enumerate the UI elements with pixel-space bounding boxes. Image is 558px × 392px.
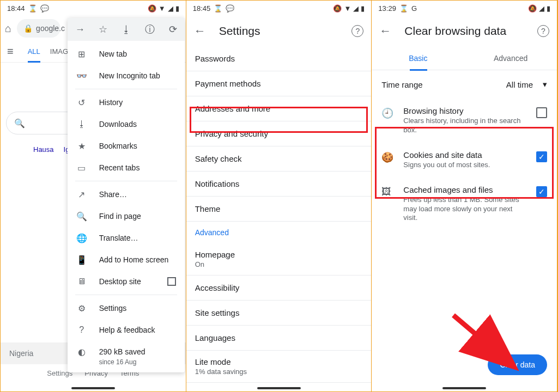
menu-incognito[interactable]: 👓New Incognito tab [68,65,185,87]
checkbox-cache[interactable]: ✓ [536,186,547,197]
data-saver-icon: ◐ [76,347,87,357]
tab-advanced[interactable]: Advanced [464,46,557,70]
bookmark-icon: ★ [76,141,87,151]
status-bar: 18:45 ⌛ 💬 🔕 ▼ ◢ ▮ [186,1,372,16]
back-icon[interactable]: ← [379,24,391,38]
item-lite-mode[interactable]: Lite mode1% data savings [186,351,372,383]
menu-help[interactable]: ?Help & feedback [68,319,185,341]
tab-bar: Basic Advanced [372,46,557,70]
battery-icon: ▮ [175,4,179,13]
status-bar: 13:29 ⌛ G 🔕 ◢ ▮ [372,1,557,16]
desktop-checkbox[interactable] [167,277,176,286]
find-icon: 🔍 [76,211,87,222]
plus-icon: ⊞ [76,49,87,59]
menu-desktop[interactable]: 🖥Desktop site [68,271,185,292]
whatsapp-icon: 💬 [40,4,49,13]
hourglass-icon: ⌛ [28,4,37,13]
translate-icon: 🌐 [76,233,87,243]
menu-share[interactable]: ↗Share… [68,183,185,205]
menu-find[interactable]: 🔍Find in page [68,205,185,227]
status-bar: 18:44 ⌛ 💬 🔕 ▼ ◢ ▮ [1,1,186,16]
wifi-icon: ▼ [344,4,351,13]
signal-icon: ◢ [539,4,544,13]
arrow-annotation [448,310,524,375]
data-saved-sub: since 16 Aug [68,358,185,366]
back-icon[interactable]: ← [194,24,206,38]
battery-icon: ▮ [547,4,550,13]
nav-handle[interactable] [442,387,486,389]
reload-icon[interactable]: ⟳ [169,23,177,35]
help-icon[interactable]: ? [351,25,363,37]
google-icon: G [411,4,417,13]
star-icon[interactable]: ☆ [99,23,107,35]
svg-line-1 [453,315,508,362]
settings-list: Passwords Payment methods Addresses and … [186,46,372,391]
tab-underline [410,69,427,71]
time-range-dropdown[interactable]: All time ▾ [506,79,547,89]
signal-icon: ◢ [168,4,173,13]
panel-settings: 18:45 ⌛ 💬 🔕 ▼ ◢ ▮ ← Settings ? Passwords… [186,1,372,391]
info-icon[interactable]: ⓘ [145,23,155,36]
forward-icon[interactable]: → [75,24,85,35]
recent-icon: ▭ [76,163,87,173]
item-homepage[interactable]: HomepageOn [186,243,372,275]
add-home-icon: 📱 [76,255,87,265]
checkbox-cookies[interactable]: ✓ [536,151,547,162]
item-payment[interactable]: Payment methods [186,71,372,96]
home-icon[interactable]: ⌂ [5,22,11,35]
menu-bookmarks[interactable]: ★Bookmarks [68,135,185,157]
settings-appbar: ← Settings ? [186,16,372,46]
item-addresses[interactable]: Addresses and more [186,96,372,121]
gear-icon: ⚙ [76,303,87,314]
item-notifications[interactable]: Notifications [186,171,372,197]
nav-handle[interactable] [71,387,115,389]
lang-hausa[interactable]: Hausa [33,145,54,154]
menu-new-tab[interactable]: ⊞New tab [68,43,185,65]
downloads-icon: ⭳ [76,119,87,129]
item-safety[interactable]: Safety check [186,146,372,171]
clear-appbar: ← Clear browsing data ? [372,16,557,46]
menu-home-screen[interactable]: 📱Add to Home screen [68,249,185,271]
browser-menu: → ☆ ⭳ ⓘ ⟳ ⊞New tab 👓New Incognito tab ↺H… [68,18,185,372]
time-range-label: Time range [381,80,422,89]
item-cache[interactable]: 🖼 Cached images and files Frees up less … [372,177,557,231]
mute-icon: 🔕 [333,4,342,13]
search-icon: 🔍 [14,118,25,128]
lock-icon: 🔒 [23,24,33,33]
panel-clear-data: 13:29 ⌛ G 🔕 ◢ ▮ ← Clear browsing data ? … [372,1,557,391]
cookie-icon: 🍪 [381,151,393,163]
advanced-header: Advanced [186,222,372,243]
item-browsing-history[interactable]: 🕘 Browsing history Clears history, inclu… [372,99,557,143]
item-privacy[interactable]: Privacy and security [186,121,372,146]
status-time: 18:45 [193,4,211,13]
checkbox-history[interactable] [536,107,547,118]
tab-all[interactable]: ALL [28,47,40,63]
item-theme[interactable]: Theme [186,197,372,222]
url-bar[interactable]: 🔒 google.c [17,19,60,38]
item-site-settings[interactable]: Site settings [186,301,372,326]
menu-translate[interactable]: 🌐Translate… [68,227,185,249]
time-range-row[interactable]: Time range All time ▾ [372,70,557,99]
hamburger-icon[interactable]: ≡ [7,45,14,58]
help-icon[interactable]: ? [537,25,549,37]
menu-downloads[interactable]: ⭳Downloads [68,113,185,135]
item-passwords[interactable]: Passwords [186,46,372,71]
url-text: google.c [36,24,65,33]
wifi-icon: ▼ [159,4,166,13]
menu-recent[interactable]: ▭Recent tabs [68,157,185,179]
menu-top-row: → ☆ ⭳ ⓘ ⟳ [68,18,185,41]
whatsapp-icon: 💬 [226,4,234,13]
nav-handle[interactable] [257,387,301,389]
status-time: 18:44 [7,4,25,13]
page-title: Settings [219,24,260,38]
item-languages[interactable]: Languages [186,326,372,351]
menu-settings[interactable]: ⚙Settings [68,297,185,319]
item-accessibility[interactable]: Accessibility [186,275,372,301]
incognito-icon: 👓 [76,71,87,81]
item-cookies[interactable]: 🍪 Cookies and site data Signs you out of… [372,143,557,177]
panel-browser-menu: 18:44 ⌛ 💬 🔕 ▼ ◢ ▮ ⌂ 🔒 google.c ≡ ALL IMA… [1,1,186,391]
menu-history[interactable]: ↺History [68,91,185,113]
download-icon[interactable]: ⭳ [122,24,131,35]
tab-basic[interactable]: Basic [372,46,464,70]
status-time: 13:29 [378,4,396,13]
